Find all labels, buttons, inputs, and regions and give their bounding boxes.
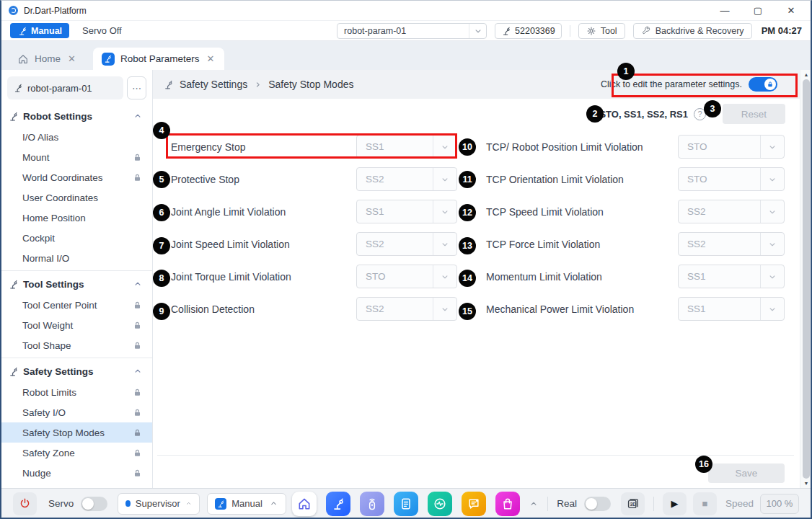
dock-log-icon[interactable] — [462, 492, 486, 516]
dock-robot-parameters-icon[interactable] — [326, 492, 350, 516]
sidebar-item-tool-center-point[interactable]: Tool Center Point — [1, 295, 152, 315]
tcp-position-limit-select[interactable]: STO — [678, 135, 785, 159]
item-label: Safety I/O — [22, 407, 66, 418]
lock-icon — [133, 321, 142, 330]
tcp-speed-limit-select[interactable]: SS2 — [678, 200, 785, 223]
manual-mode-button[interactable]: Manual — [10, 23, 69, 38]
dock-task-editor-icon[interactable] — [394, 492, 418, 516]
sidebar-item-robot-limits[interactable]: Robot Limits — [1, 382, 152, 402]
tab-home-label: Home — [35, 53, 61, 64]
joint-torque-limit-select[interactable]: STO — [356, 265, 457, 288]
chevron-down-icon — [767, 272, 777, 282]
real-toggle[interactable] — [584, 497, 611, 511]
lock-icon — [133, 448, 142, 458]
tab-robot-parameters-label: Robot Parameters — [120, 53, 200, 64]
scroll-up-icon[interactable]: ▲ — [800, 72, 812, 77]
save-button[interactable]: Save — [708, 463, 785, 483]
chevron-down-icon — [767, 142, 777, 152]
content-scrollbar[interactable]: ▲ ▼ — [800, 70, 812, 488]
field-row-collision-detection: Collision Detection SS2 — [164, 297, 457, 321]
select-value: SS2 — [679, 206, 760, 217]
momentum-limit-select[interactable]: SS1 — [678, 265, 785, 288]
reset-button[interactable]: Reset — [723, 104, 785, 124]
sidebar-item-world-coordinates[interactable]: World Coordinates — [1, 167, 152, 187]
dock-monitoring-icon[interactable] — [428, 492, 452, 516]
clock-text: PM 04:27 — [760, 25, 802, 36]
backdrive-recovery-button[interactable]: Backdrive & Recovery — [633, 23, 752, 39]
sidebar-item-io-alias[interactable]: I/O Alias — [1, 127, 152, 147]
sidebar-item-safety-zone[interactable]: Safety Zone — [1, 443, 152, 463]
tab-robot-parameters[interactable]: Robot Parameters ✕ — [93, 48, 224, 70]
sidebar-item-safety-io[interactable]: Safety I/O — [1, 402, 152, 422]
field-label: TCP Speed Limit Violation — [476, 206, 678, 218]
home-icon — [17, 53, 29, 65]
lock-icon — [133, 341, 142, 350]
chevron-up-icon — [185, 499, 192, 508]
mechanical-power-limit-select[interactable]: SS1 — [678, 297, 785, 321]
sidebar-item-normal-io[interactable]: Normal I/O — [1, 248, 152, 268]
sidebar-item-mount[interactable]: Mount — [1, 147, 152, 167]
breadcrumb: Safety Settings Safety Stop Modes — [163, 79, 353, 90]
dock-collapse-chevron-icon[interactable] — [529, 499, 539, 509]
item-label: Normal I/O — [22, 253, 69, 264]
item-label: Safety Stop Modes — [22, 427, 105, 438]
real-label: Real — [557, 498, 577, 509]
sidebar-item-user-coordinates[interactable]: User Coordinates — [1, 187, 152, 208]
sidebar-item-nudge[interactable]: Nudge — [1, 463, 152, 483]
sidebar-section-safety-settings[interactable]: Safety Settings — [1, 360, 152, 382]
dock-home-icon[interactable] — [292, 492, 317, 516]
field-label: Joint Angle Limit Violation — [164, 206, 356, 218]
breadcrumb-page: Safety Stop Modes — [268, 79, 353, 90]
joint-speed-limit-select[interactable]: SS2 — [356, 232, 457, 256]
play-button[interactable]: ▶ — [663, 492, 687, 515]
scroll-down-icon[interactable]: ▼ — [800, 481, 812, 486]
tab-home[interactable]: Home ✕ — [9, 48, 86, 70]
robot-param-select[interactable]: robot-param-01 — [337, 23, 487, 39]
sidebar-item-tool-shape[interactable]: Tool Shape — [1, 335, 152, 355]
tab-home-close-icon[interactable]: ✕ — [66, 53, 77, 64]
sidebar-section-tool-settings[interactable]: Tool Settings — [1, 273, 152, 295]
mode-select[interactable]: Manual — [207, 493, 286, 515]
select-value: STO — [679, 141, 760, 152]
tcp-orientation-limit-select[interactable]: STO — [678, 167, 785, 191]
servo-toggle[interactable] — [81, 497, 107, 511]
speed-value-box[interactable]: 100 % — [760, 494, 799, 514]
sidebar-param-name-box[interactable]: robot-param-01 — [7, 76, 123, 99]
tcp-force-limit-select[interactable]: SS2 — [678, 232, 785, 256]
power-button[interactable] — [13, 492, 37, 515]
role-select[interactable]: Supervisor — [118, 493, 200, 515]
field-row-tcp-position-limit: TCP/ Robot Position Limit Violation STO — [476, 135, 785, 159]
sidebar-item-safety-stop-modes[interactable]: Safety Stop Modes — [1, 422, 152, 443]
robot-arm-icon — [17, 26, 27, 36]
joint-angle-limit-select[interactable]: SS1 — [356, 200, 457, 223]
sidebar-item-cockpit[interactable]: Cockpit — [1, 228, 152, 248]
wrench-icon — [641, 26, 651, 36]
minimize-button[interactable]: — — [718, 5, 731, 16]
dock-jog-remote-icon[interactable] — [360, 492, 384, 516]
sidebar-section-robot-settings[interactable]: Robot Settings — [1, 105, 152, 127]
right-field-column: TCP/ Robot Position Limit Violation STO … — [476, 135, 785, 321]
protective-stop-select[interactable]: SS2 — [356, 167, 457, 191]
chevron-right-icon — [253, 80, 262, 89]
highlight-box-edit-toggle — [612, 74, 798, 97]
sidebar-item-tool-weight[interactable]: Tool Weight — [1, 315, 152, 335]
manual-mode-mini-icon — [215, 498, 226, 510]
sidebar-more-button[interactable]: ⋯ — [127, 76, 146, 99]
close-button[interactable]: ✕ — [785, 5, 798, 16]
3d-view-button[interactable] — [621, 492, 645, 515]
sidebar-item-home-position[interactable]: Home Position — [1, 208, 152, 228]
robot-parameters-app-icon — [102, 53, 115, 66]
tab-robot-parameters-close-icon[interactable]: ✕ — [205, 53, 216, 64]
maximize-button[interactable]: ▢ — [751, 5, 764, 16]
dock-store-icon[interactable] — [495, 492, 520, 516]
collision-detection-select[interactable]: SS2 — [356, 297, 457, 321]
select-value: STO — [357, 271, 433, 282]
chevron-down-icon — [440, 207, 450, 217]
tool-button[interactable]: Tool — [578, 23, 625, 39]
stop-button[interactable]: ■ — [693, 492, 717, 515]
chevron-down-icon — [767, 304, 777, 314]
scrollbar-thumb[interactable] — [803, 79, 810, 479]
robot-serial-box[interactable]: 52203369 — [495, 23, 562, 39]
tool-button-label: Tool — [601, 26, 617, 36]
field-row-protective-stop: Protective Stop SS2 — [164, 167, 457, 191]
